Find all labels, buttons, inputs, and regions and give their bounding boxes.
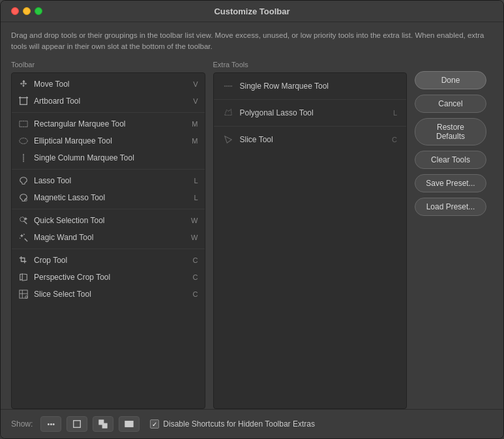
tool-item-move[interactable]: Move Tool V [12, 76, 205, 93]
tool-item-artboard[interactable]: Artboard Tool V [12, 93, 205, 110]
single-row-icon [223, 81, 233, 91]
tool-item-lasso[interactable]: Lasso Tool L [12, 172, 205, 189]
icon-btn-3[interactable] [119, 416, 140, 432]
tool-group-lasso: Lasso Tool L Magnetic Lasso Tool L [12, 170, 205, 209]
svg-rect-12 [20, 290, 27, 297]
svg-point-9 [20, 217, 25, 221]
single-row-label: Single Row Marquee Tool [240, 82, 391, 91]
tool-item-persp-crop[interactable]: Perspective Crop Tool C [12, 269, 205, 286]
toolbar-label: Toolbar [11, 58, 205, 72]
extra-item-poly-lasso[interactable]: Polygonal Lasso Tool L [214, 100, 407, 127]
svg-rect-17 [74, 421, 81, 428]
title-bar: Customize Toolbar [1, 1, 503, 22]
rect-marquee-icon [18, 119, 29, 129]
bottom-bar: Show: ••• ✓ Disable Shortcuts for Hidden… [1, 409, 503, 438]
magic-wand-shortcut: W [191, 234, 198, 241]
dots-button[interactable]: ••• [40, 416, 61, 432]
rect-marquee-label: Rectangular Marquee Tool [34, 119, 186, 129]
slice-label: Slice Tool [240, 135, 386, 144]
disable-shortcuts-checkbox[interactable]: ✓ [150, 419, 159, 429]
minimize-button[interactable] [23, 7, 31, 15]
crop-shortcut: C [193, 256, 198, 264]
tool-item-rect-marquee[interactable]: Rectangular Marquee Tool M [12, 115, 205, 132]
toolbar-list[interactable]: Move Tool V Artboard Tool V [11, 72, 205, 410]
svg-rect-19 [102, 423, 107, 428]
single-col-icon [18, 153, 29, 163]
svg-rect-0 [20, 97, 27, 104]
tool-item-slice-select[interactable]: Slice Select Tool C [12, 286, 205, 303]
crop-icon [18, 255, 29, 265]
quick-select-label: Quick Selection Tool [34, 216, 186, 225]
dots-icon: ••• [48, 420, 55, 428]
persp-crop-label: Perspective Crop Tool [34, 273, 188, 282]
persp-crop-shortcut: C [193, 273, 198, 281]
close-button[interactable] [11, 7, 19, 15]
tool-item-single-col[interactable]: Single Column Marquee Tool [12, 149, 205, 166]
description-text: Drag and drop tools or their groupings i… [1, 22, 503, 58]
move-tool-shortcut: V [193, 80, 198, 88]
poly-lasso-shortcut: L [393, 109, 397, 117]
tool-item-ellip-marquee[interactable]: Elliptical Marquee Tool M [12, 132, 205, 149]
dialog-title: Customize Toolbar [214, 7, 289, 16]
lasso-label: Lasso Tool [34, 176, 188, 185]
move-icon [18, 79, 29, 89]
extra-item-slice[interactable]: Slice Tool C [214, 127, 407, 153]
load-preset-button[interactable]: Load Preset... [415, 198, 486, 216]
tool-group-crop: Crop Tool C Perspective Crop Tool C [12, 249, 205, 305]
checkmark-icon: ✓ [152, 421, 157, 428]
quick-select-icon [18, 215, 29, 226]
persp-crop-icon [18, 272, 29, 282]
svg-rect-5 [20, 121, 27, 127]
svg-line-10 [24, 220, 27, 223]
main-content: Toolbar Move Tool V Art [1, 58, 503, 410]
tool-item-magnetic-lasso[interactable]: Magnetic Lasso Tool L [12, 189, 205, 206]
single-col-label: Single Column Marquee Tool [34, 153, 193, 162]
restore-defaults-button[interactable]: Restore Defaults [415, 118, 486, 145]
tool-group-marquee: Rectangular Marquee Tool M Elliptical Ma… [12, 113, 205, 170]
tool-item-magic-wand[interactable]: Magic Wand Tool W [12, 229, 205, 246]
move-tool-label: Move Tool [34, 80, 188, 89]
tool-item-quick-select[interactable]: Quick Selection Tool W [12, 212, 205, 229]
ellip-marquee-shortcut: M [192, 137, 198, 145]
artboard-tool-shortcut: V [193, 97, 198, 105]
ellip-marquee-icon [18, 136, 29, 146]
cancel-button[interactable]: Cancel [415, 95, 486, 113]
disable-shortcuts-label: Disable Shortcuts for Hidden Toolbar Ext… [163, 419, 315, 429]
rect-marquee-shortcut: M [192, 120, 198, 128]
ellip-marquee-label: Elliptical Marquee Tool [34, 136, 186, 145]
svg-line-11 [25, 238, 27, 241]
magnetic-lasso-shortcut: L [194, 194, 198, 202]
tool-group-selection: Quick Selection Tool W Magic Wand Tool W [12, 209, 205, 249]
extra-tools-list[interactable]: Single Row Marquee Tool Polygonal Lasso … [213, 72, 408, 410]
magnetic-lasso-icon [18, 192, 29, 203]
slice-select-shortcut: C [193, 290, 198, 298]
show-label: Show: [11, 419, 33, 429]
svg-point-15 [25, 295, 28, 298]
icon-btn-1[interactable] [67, 416, 87, 432]
clear-tools-button[interactable]: Clear Tools [415, 151, 486, 169]
traffic-lights [11, 7, 42, 15]
poly-lasso-icon [223, 108, 233, 118]
artboard-tool-label: Artboard Tool [34, 97, 188, 106]
slice-icon [223, 134, 233, 145]
extra-tools-label: Extra Tools [213, 58, 408, 72]
slice-shortcut: C [392, 136, 397, 144]
icon-btn-2[interactable] [93, 416, 113, 432]
magic-wand-label: Magic Wand Tool [34, 233, 186, 242]
maximize-button[interactable] [35, 7, 42, 15]
toolbar-section: Toolbar Move Tool V Art [11, 58, 205, 410]
save-preset-button[interactable]: Save Preset... [415, 174, 486, 192]
disable-shortcuts-checkbox-area[interactable]: ✓ Disable Shortcuts for Hidden Toolbar E… [150, 419, 315, 429]
tool-item-crop[interactable]: Crop Tool C [12, 252, 205, 269]
extra-item-single-row[interactable]: Single Row Marquee Tool [214, 73, 407, 100]
slice-select-icon [18, 289, 29, 299]
magnetic-lasso-label: Magnetic Lasso Tool [34, 193, 188, 202]
done-button[interactable]: Done [415, 71, 486, 89]
poly-lasso-label: Polygonal Lasso Tool [240, 108, 387, 117]
tool-group-move: Move Tool V Artboard Tool V [12, 73, 205, 113]
quick-select-shortcut: W [191, 217, 198, 224]
extra-tools-section: Extra Tools Single Row Marquee Tool Poly… [213, 58, 408, 410]
customize-toolbar-dialog: Customize Toolbar Drag and drop tools or… [0, 0, 504, 439]
svg-point-6 [20, 138, 27, 144]
lasso-icon [18, 175, 29, 186]
